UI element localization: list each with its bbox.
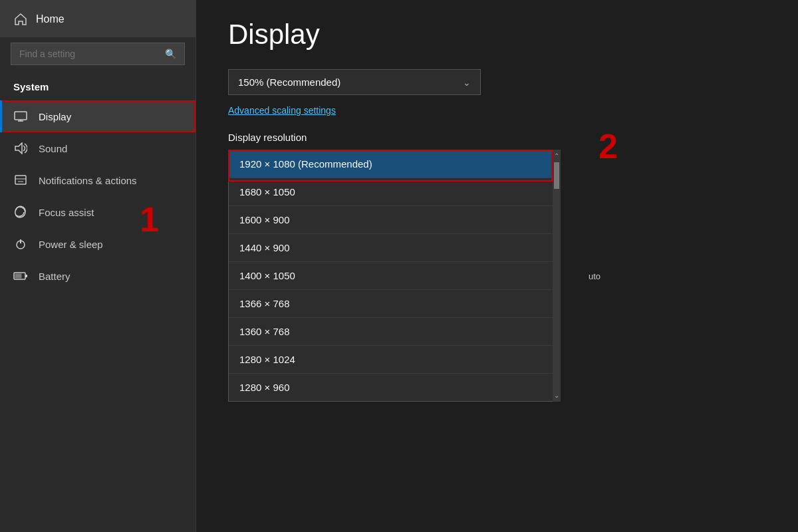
resolution-option-4[interactable]: 1400 × 1050 <box>229 262 560 290</box>
active-indicator <box>0 100 2 132</box>
resolution-dropdown[interactable]: 1920 × 1080 (Recommended) 1680 × 1050 16… <box>228 150 561 402</box>
sidebar-item-label-power: Power & sleep <box>39 239 103 250</box>
notifications-icon <box>13 173 28 188</box>
battery-icon <box>13 269 28 283</box>
page-title: Display <box>228 19 766 51</box>
display-icon <box>13 109 28 124</box>
search-icon: 🔍 <box>165 49 176 59</box>
sidebar-item-focus[interactable]: Focus assist <box>0 196 196 228</box>
sidebar-item-battery[interactable]: Battery <box>0 260 196 292</box>
scroll-down-button[interactable]: ⌄ <box>551 389 562 402</box>
svg-rect-0 <box>15 112 27 120</box>
scale-dropdown[interactable]: 150% (Recommended) ⌄ <box>228 69 481 95</box>
sidebar-item-label-battery: Battery <box>39 271 70 282</box>
sidebar-item-label-notifications: Notifications & actions <box>39 175 137 186</box>
sidebar-item-label-display: Display <box>39 111 71 122</box>
home-icon <box>13 12 28 27</box>
search-box[interactable]: 🔍 <box>11 43 185 65</box>
resolution-dropdown-container: 1920 × 1080 (Recommended) 1680 × 1050 16… <box>228 150 561 402</box>
resolution-option-3[interactable]: 1440 × 900 <box>229 234 560 262</box>
sidebar-item-power[interactable]: Power & sleep <box>0 228 196 260</box>
svg-rect-10 <box>25 275 27 277</box>
sidebar-item-label-focus: Focus assist <box>39 207 94 218</box>
focus-icon <box>13 205 28 219</box>
sidebar-item-sound[interactable]: Sound <box>0 132 196 164</box>
resolution-option-0[interactable]: 1920 × 1080 (Recommended) <box>229 150 560 178</box>
sidebar-item-display[interactable]: Display <box>0 100 196 132</box>
display-red-outline <box>0 100 196 132</box>
chevron-down-icon: ⌄ <box>463 77 471 88</box>
home-label: Home <box>36 13 65 25</box>
resolution-option-8[interactable]: 1280 × 960 <box>229 374 560 401</box>
resolution-option-2[interactable]: 1600 × 900 <box>229 206 560 234</box>
resolution-section-label: Display resolution <box>228 132 766 143</box>
scroll-up-button[interactable]: ⌃ <box>551 150 562 162</box>
advanced-scaling-link[interactable]: Advanced scaling settings <box>228 105 336 116</box>
sidebar: Home 🔍 System Display Sound <box>0 0 196 532</box>
resolution-option-6[interactable]: 1360 × 768 <box>229 318 560 346</box>
svg-rect-11 <box>15 274 22 279</box>
sidebar-item-notifications[interactable]: Notifications & actions <box>0 164 196 196</box>
resolution-option-1[interactable]: 1680 × 1050 <box>229 178 560 206</box>
svg-rect-4 <box>15 176 26 184</box>
sidebar-item-label-sound: Sound <box>39 143 67 154</box>
auto-label: uto <box>589 271 600 281</box>
home-nav-item[interactable]: Home <box>0 0 196 37</box>
resolution-option-7[interactable]: 1280 × 1024 <box>229 346 560 374</box>
power-icon <box>13 237 28 251</box>
search-input[interactable] <box>19 49 158 59</box>
scroll-track <box>554 162 559 389</box>
scroll-thumb[interactable] <box>554 162 559 189</box>
main-content: Display 150% (Recommended) ⌄ Advanced sc… <box>196 0 798 532</box>
scale-value: 150% (Recommended) <box>238 76 340 88</box>
resolution-option-5[interactable]: 1366 × 768 <box>229 290 560 318</box>
dropdown-scrollbar[interactable]: ⌃ ⌄ <box>553 150 561 402</box>
svg-marker-3 <box>15 143 22 154</box>
system-section-label: System <box>0 78 196 100</box>
sound-icon <box>13 141 28 156</box>
